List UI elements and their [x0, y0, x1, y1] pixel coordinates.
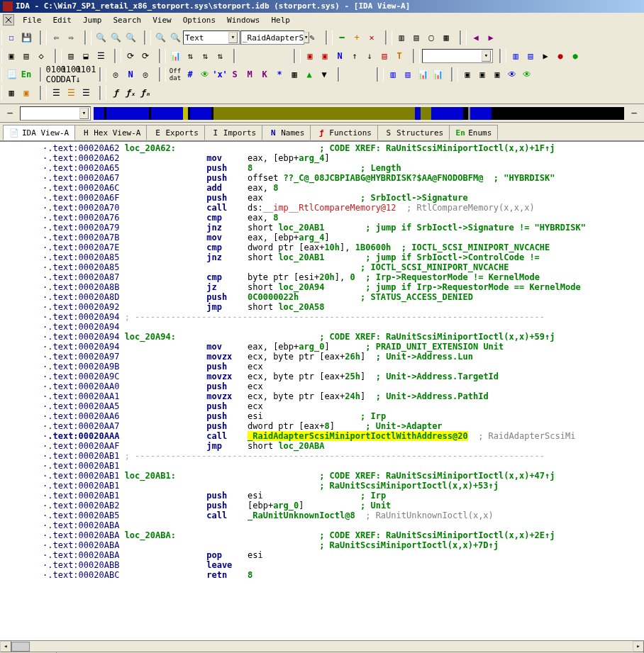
disasm-line[interactable]: ·.text:00020AAA call _RaidAdapterScsiMin… [43, 431, 644, 441]
view-hex-button[interactable]: ▤ [19, 49, 33, 63]
disasm-line[interactable]: ·.text:00020A6C add eax, 8 [43, 183, 644, 193]
f-button[interactable]: ƒ [109, 86, 123, 100]
zoom-in-button[interactable]: 🔍 [153, 30, 167, 45]
disasm-line[interactable]: ·.text:00020AB1 loc_20AB1: ; CODE XREF: … [43, 471, 644, 481]
eye-button[interactable]: 👁 [198, 67, 212, 82]
nav-back-button[interactable]: ⇦ [49, 30, 63, 45]
disasm-line[interactable]: ·.text:00020AB1 ; RaUnitScsiMiniportIoct… [43, 481, 644, 491]
red-b-button[interactable]: ▣ [475, 67, 489, 82]
disasm-line[interactable]: ·.text:00020A94 mov eax, [ebp+arg_0] ; P… [43, 342, 644, 352]
tab-enums[interactable]: EnEnums [449, 125, 498, 140]
menu-jump[interactable]: Jump [77, 16, 108, 25]
overview-navigator[interactable] [94, 107, 624, 120]
ida-view-pane[interactable]: ·.text:00020A62 loc_20A62: ; CODE XREF: … [0, 141, 644, 640]
nav-segment[interactable] [151, 107, 183, 120]
reanalyze-button[interactable]: ⟳ [138, 49, 152, 63]
nav-segment[interactable] [183, 107, 188, 120]
tab-ida-view-a[interactable]: 📄IDA View-A [3, 125, 75, 140]
view-graph-button[interactable]: ◇ [34, 49, 48, 63]
scroll-left-button[interactable]: ◂ [0, 641, 11, 652]
bars2-button[interactable]: 📊 [431, 67, 445, 82]
nav-segment[interactable] [213, 107, 415, 120]
disasm-line[interactable]: ·.text:00020A8D push 0C0000022h ; STATUS… [43, 292, 644, 302]
eye2-button[interactable]: 👁 [505, 67, 519, 82]
en-button[interactable]: En [19, 67, 33, 82]
highlight-icon[interactable]: ✎ [305, 30, 319, 45]
disasm-line[interactable]: ·.text:00020AA6 push esi ; Irp [43, 411, 644, 421]
toggle-bp-button[interactable]: + [350, 30, 364, 45]
disasm-line[interactable]: ·.text:00020A92 jmp short loc_20A58 [43, 302, 644, 312]
names-button[interactable]: N [333, 49, 347, 63]
import-button[interactable]: ▥ [386, 67, 400, 82]
red-a-button[interactable]: ▣ [460, 67, 474, 82]
menu-windows[interactable]: Windows [221, 16, 265, 25]
save-button[interactable]: 💾 [19, 30, 33, 45]
disasm-line[interactable]: ·.text:00020A76 cmp eax, 8 [43, 213, 644, 223]
open-file-button[interactable]: ☐ [4, 30, 18, 45]
nav-segment[interactable] [463, 107, 468, 120]
red-dot-button[interactable]: ● [553, 49, 567, 63]
options-button[interactable]: ▣ [19, 86, 33, 100]
stack2-button[interactable]: ▤ [523, 49, 538, 63]
nav-address-input[interactable]: ▾ [20, 106, 91, 121]
disasm-line[interactable]: ·.text:00020A97 movzx ecx, byte ptr [eax… [43, 352, 644, 362]
fn-button[interactable]: ƒₙ [138, 86, 152, 100]
m-button[interactable]: M [243, 67, 257, 82]
disasm-line[interactable]: ·.text:00020A7B mov eax, [ebp+arg_4] [43, 233, 644, 242]
menu-search[interactable]: Search [108, 16, 148, 25]
tab-exports[interactable]: EExports [146, 125, 204, 140]
misc-button[interactable]: ▦ [287, 67, 301, 82]
s-button[interactable]: S [228, 67, 242, 82]
hash-button[interactable]: # [183, 67, 197, 82]
arrow-down-button[interactable]: ↓ [362, 49, 377, 63]
nav-segment[interactable] [106, 107, 149, 120]
win-tree-button[interactable]: ⬓ [79, 49, 93, 63]
chart-button[interactable]: 📊 [168, 49, 182, 63]
mdi-close-button[interactable] [3, 14, 14, 26]
disasm-line[interactable]: ·.text:00020A62 mov eax, [ebp+arg_4] [43, 153, 644, 163]
T-button[interactable]: T [392, 49, 406, 63]
xs-button[interactable]: 'x' [213, 67, 227, 82]
scroll-right-button[interactable]: ▸ [633, 641, 644, 652]
disasm-line[interactable]: ·.text:00020AAF jmp short loc_20ABA [43, 441, 644, 451]
symbol-filter-combo[interactable]: _RaidAdapterS▾ [240, 30, 304, 45]
disasm-line[interactable]: ·.text:00020A9C movzx ecx, byte ptr [eax… [43, 372, 644, 381]
disasm-line[interactable]: ·.text:00020A6F push eax ; SrbIoctl->Sig… [43, 193, 644, 203]
nav-segment[interactable] [94, 107, 104, 120]
disasm-line[interactable]: ·.text:00020A70 call ds:__imp__RtlCompar… [43, 203, 644, 213]
xref-button[interactable]: ⇅ [213, 49, 227, 63]
empty-combo[interactable]: ▾ [422, 49, 493, 63]
scroll-thumb[interactable] [11, 642, 30, 652]
disasm-line[interactable]: ·.text:00020A67 push offset ??_C@_08JCBP… [43, 173, 644, 183]
disasm-line[interactable]: ·.text:00020A85 jnz short loc_20AB1 ; ju… [43, 252, 644, 262]
disasm-line[interactable]: ·.text:00020A7E cmp dword ptr [eax+10h],… [43, 242, 644, 252]
disasm-line[interactable]: ·.text:00020AB2 push [ebp+arg_0] ; Unit [43, 501, 644, 510]
add-bp-button[interactable]: ━ [335, 30, 349, 45]
disasm-line[interactable]: ·.text:00020A94 [43, 322, 644, 332]
disasm-line[interactable]: ·.text:00020ABA ; RaUnitScsiMiniportIoct… [43, 540, 644, 550]
disasm-line[interactable]: ·.text:00020ABA [43, 520, 644, 530]
disasm-line[interactable]: ·.text:00020A62 loc_20A62: ; CODE XREF: … [43, 143, 644, 153]
cascade-button[interactable]: ▢ [424, 30, 438, 45]
win-memo-button[interactable]: ☰ [94, 49, 108, 63]
fx-button[interactable]: ƒₓ [123, 86, 138, 100]
down-arrow-button[interactable]: ▼ [317, 67, 331, 82]
nav-fwd-button[interactable]: ⇨ [64, 30, 78, 45]
offdat-button[interactable]: Offdat [168, 67, 182, 82]
disasm-line[interactable]: ·.text:00020AB5 call _RaUnitUnknownIoctl… [43, 510, 644, 520]
arrow-up-button[interactable]: ↑ [348, 49, 362, 63]
flowchart-button[interactable]: ⇅ [198, 49, 212, 63]
nav-next-button[interactable]: ─ [627, 106, 641, 121]
remove-bp-button[interactable]: ✕ [365, 30, 379, 45]
disasm-line[interactable]: ·.text:00020AB1 ; ----------------------… [43, 451, 644, 461]
nav-segment[interactable] [421, 107, 431, 120]
disasm-line[interactable]: ·.text:00020A65 push 8 ; Length [43, 163, 644, 173]
menu-edit[interactable]: Edit [48, 16, 78, 25]
tab-imports[interactable]: IImports [204, 125, 262, 140]
disasm-line[interactable]: ·.text:00020A85 ; IOCTL_SCSI_MINIPORT_NV… [43, 262, 644, 272]
disasm-line[interactable]: ·.text:00020A94 ; ----------------------… [43, 312, 644, 322]
disasm-line[interactable]: ·.text:00020AA7 push dword ptr [eax+8] ;… [43, 421, 644, 431]
menu-help[interactable]: Help [265, 16, 296, 25]
menu-view[interactable]: View [147, 16, 177, 25]
tab-names[interactable]: NNames [262, 125, 311, 140]
